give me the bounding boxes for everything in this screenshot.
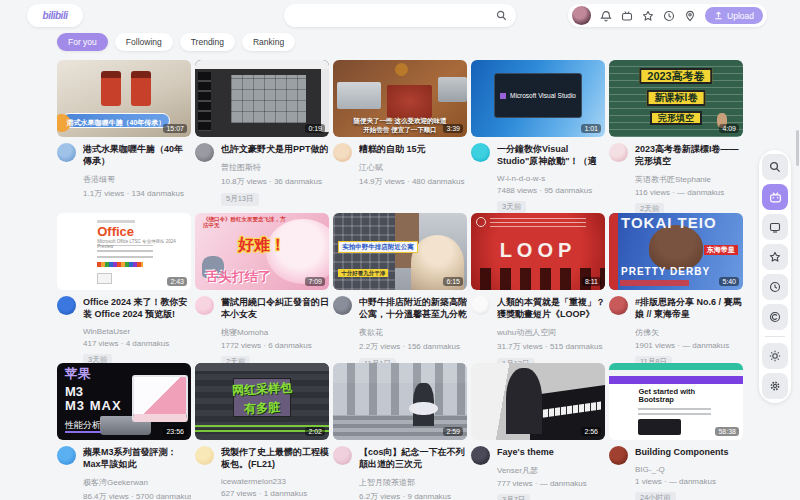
uploader-avatar[interactable] [195,296,214,315]
video-card[interactable]: 2023高考卷新课标I卷完形填空4:09 2023高考卷新課標I卷——完形填空 … [609,60,743,216]
video-card[interactable]: 实拍中野牛排店附近公寓十分好看九分干净6:15 中野牛排店附近的新築高階公寓，十… [333,213,467,371]
uploader-name[interactable]: W-i-n-d-o-w-s [497,174,605,183]
history-icon[interactable] [762,274,788,300]
video-title[interactable]: 嘗試用繞口令糾正發音的日本小女友 [221,296,329,320]
video-card[interactable]: 网红采样包有多脏2:02 我製作了史上最髒的工程模板包。(FL21) icewa… [195,363,329,500]
video-thumbnail[interactable]: Get started withBootstrap58:38 [609,363,743,440]
video-title[interactable]: 人類的本質就是「重複」？獲獎動畫短片《LOOP》 [497,296,605,320]
video-title[interactable]: 【cos向】紀念一下在不列顛出道的三次元 [359,446,467,470]
uploader-avatar[interactable] [195,446,214,465]
video-card[interactable]: 《绕口令》粉红女友要念飞沫，方法中无好难！舌头打结了7:09 嘗試用繞口令糾正發… [195,213,329,369]
search-icon[interactable] [496,10,507,21]
gear-icon[interactable] [762,373,788,399]
video-title[interactable]: #排版思路分享 No.6 / 賽馬娘 // 東海帝皇 [635,296,743,320]
uploader-name[interactable]: Venser凡瑟 [497,465,605,476]
video-title[interactable]: 蘋果M3系列首發評測：Max早該如此 [83,446,191,470]
tv-icon[interactable] [762,214,788,240]
uploader-name[interactable]: 桃寝Momoha [221,327,329,338]
bili-home-icon[interactable] [762,184,788,210]
uploader-name[interactable]: icewatermelon233 [221,477,329,486]
uploader-name[interactable]: 英语教书匠Stephanie [635,174,743,185]
video-thumbnail[interactable]: Microsoft Visual Studio1:01 [471,60,605,137]
uploader-name[interactable]: 仿佛矢 [635,327,743,338]
uploader-name[interactable]: 香港细哥 [83,174,191,185]
uploader-avatar[interactable] [471,296,490,315]
uploader-avatar[interactable] [333,446,352,465]
search-input[interactable] [284,11,496,21]
uploader-name[interactable]: 普拉图斯特 [221,162,329,173]
video-thumbnail[interactable]: 2:56 [471,363,605,440]
duration-badge: 3:39 [443,124,463,133]
video-thumbnail[interactable]: OfficeMicrosoft Office LTSC 专业增强版 2024 P… [57,213,191,290]
uploader-avatar[interactable] [609,296,628,315]
video-card[interactable]: 2:56 Faye's theme Venser凡瑟 777 views · —… [471,363,605,500]
video-card[interactable]: Get started withBootstrap58:38 Building … [609,363,743,500]
history-icon[interactable] [663,10,675,22]
uploader-avatar[interactable] [57,143,76,162]
video-thumbnail[interactable]: 港式水果咖喱牛腩（40年传承）15:07 [57,60,191,137]
video-card[interactable]: 0:19 也許文豪野犬是用PPT做的 普拉图斯特 10.8万 views · 3… [195,60,329,206]
uploader-avatar[interactable] [195,143,214,162]
channel-icon[interactable] [762,304,788,330]
uploader-avatar[interactable] [57,446,76,465]
bilibili-logo[interactable]: bilibili [27,4,83,27]
uploader-avatar[interactable] [57,296,76,315]
video-thumbnail[interactable]: 网红采样包有多脏2:02 [195,363,329,440]
star-icon[interactable] [642,10,654,22]
user-avatar[interactable] [572,6,591,25]
video-title[interactable]: Building Components [635,446,743,458]
video-card[interactable]: 苹果M3M3 MAX性能分析23:56 蘋果M3系列首發評測：Max早該如此 极… [57,363,191,500]
video-title[interactable]: 港式水果咖喱牛腩（40年傳承） [83,143,191,167]
star-icon[interactable] [762,244,788,270]
uploader-avatar[interactable] [609,143,628,162]
video-title[interactable]: 糟糕的自助 15元 [359,143,467,155]
upload-button[interactable]: Upload [705,7,763,24]
video-thumbnail[interactable]: 《绕口令》粉红女友要念飞沫，方法中无好难！舌头打结了7:09 [195,213,329,290]
video-thumbnail[interactable]: LOOP8:11 [471,213,605,290]
feed-icon[interactable] [621,10,633,22]
uploader-name[interactable]: 极客湾Geekerwan [83,477,191,488]
tab-ranking[interactable]: Ranking [242,33,295,51]
video-title[interactable]: Office 2024 来了！教你安装 Office 2024 预览版! [83,296,191,320]
uploader-name[interactable]: 上智月陵茶道部 [359,477,467,488]
video-card[interactable]: 2:59 【cos向】紀念一下在不列顛出道的三次元 上智月陵茶道部 6.2万 v… [333,363,467,500]
video-thumbnail[interactable]: 2023高考卷新课标I卷完形填空4:09 [609,60,743,137]
search-bar[interactable] [284,4,516,27]
video-title[interactable]: 也許文豪野犬是用PPT做的 [221,143,329,155]
video-card[interactable]: Microsoft Visual Studio1:01 一分鐘敎你Visual … [471,60,605,214]
video-title[interactable]: 一分鐘敎你Visual Studio"原神啟動"！（適用於Blend） [497,143,605,167]
video-title[interactable]: 中野牛排店附近的新築高階公寓，十分溫馨甚至九分乾淨 [359,296,467,320]
uploader-avatar[interactable] [609,446,628,465]
video-thumbnail[interactable]: 苹果M3M3 MAX性能分析23:56 [57,363,191,440]
uploader-name[interactable]: BIG-_-Q [635,465,743,474]
video-thumbnail[interactable]: 实拍中野牛排店附近公寓十分好看九分干净6:15 [333,213,467,290]
video-thumbnail[interactable]: 0:19 [195,60,329,137]
tab-for-you[interactable]: For you [57,33,108,51]
video-card[interactable]: 港式水果咖喱牛腩（40年传承）15:07 港式水果咖喱牛腩（40年傳承） 香港细… [57,60,191,199]
video-thumbnail[interactable]: TOKAI TEIO东海帝皇PRETTY DERBY5:40 [609,213,743,290]
sun-icon[interactable] [762,343,788,369]
uploader-name[interactable]: WinBetaUser [83,327,191,336]
search-icon[interactable] [762,154,788,180]
uploader-name[interactable]: 江心赋 [359,162,467,173]
uploader-avatar[interactable] [333,143,352,162]
tab-trending[interactable]: Trending [180,33,235,51]
video-card[interactable]: LOOP8:11 人類的本質就是「重複」？獲獎動畫短片《LOOP》 wuhu动画… [471,213,605,371]
uploader-avatar[interactable] [471,446,490,465]
bell-icon[interactable] [600,10,612,22]
video-thumbnail[interactable]: 2:59 [333,363,467,440]
uploader-avatar[interactable] [333,296,352,315]
video-card[interactable]: TOKAI TEIO东海帝皇PRETTY DERBY5:40 #排版思路分享 N… [609,213,743,369]
video-title[interactable]: Faye's theme [497,446,605,458]
uploader-name[interactable]: wuhu动画人空间 [497,327,605,338]
video-title[interactable]: 我製作了史上最髒的工程模板包。(FL21) [221,446,329,470]
uploader-avatar[interactable] [471,143,490,162]
uploader-name[interactable]: 夜欲花 [359,327,467,338]
video-card[interactable]: OfficeMicrosoft Office LTSC 专业增强版 2024 P… [57,213,191,367]
video-title[interactable]: 2023高考卷新課標I卷——完形填空 [635,143,743,167]
video-card[interactable]: 随便夹了一些 这么受欢迎的味道开始尝尝 便宜了一下顺口3:39 糟糕的自助 15… [333,60,467,187]
scrollbar-thumb[interactable] [796,130,799,166]
location-icon[interactable] [684,10,696,22]
tab-following[interactable]: Following [115,33,173,51]
video-thumbnail[interactable]: 随便夹了一些 这么受欢迎的味道开始尝尝 便宜了一下顺口3:39 [333,60,467,137]
